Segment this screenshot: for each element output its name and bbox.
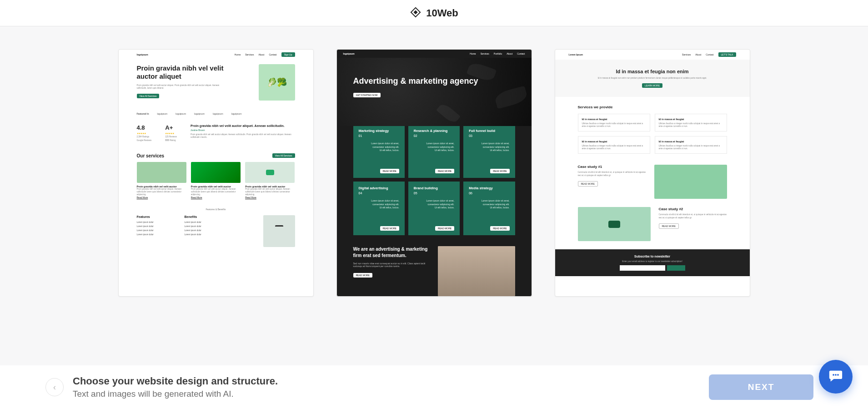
t1-hero-title: Proin gravida nibh vel velit auctor aliq… <box>137 64 224 81</box>
t3-cs2-image <box>578 207 651 241</box>
t3-hero-title: Id in massa et feugia non enim <box>578 69 727 74</box>
t2-card: Marketing strategy01Lorem ipsum dolor si… <box>353 124 405 178</box>
t2-card-body: Lorem ipsum dolor sit amet, consectetur … <box>359 142 399 152</box>
t1-service-title: Proin gravida nibh vel velit auctor <box>137 185 177 188</box>
leaf-decoration <box>493 86 528 109</box>
chat-bubble-icon <box>828 368 843 385</box>
t2-card-cta: READ MORE <box>435 226 454 231</box>
t1-nav-item: Home <box>235 53 241 56</box>
t1-service-body: Proin gravida nibh vel velit auctor aliq… <box>191 188 241 197</box>
t2-card-num: 06 <box>469 192 509 195</box>
t2-card-title: Marketing strategy <box>359 129 399 133</box>
t3-news-title: Subscribe to newsletter <box>561 255 744 258</box>
t1-nav-item: Contact <box>269 53 276 56</box>
t1-testimonial-name: Justine Brown <box>191 129 295 131</box>
t1-service-body: Proin gravida nibh vel velit auctor aliq… <box>137 188 186 197</box>
t3-news-email-input <box>620 265 665 271</box>
t1-featured-label: Featured In <box>137 112 149 115</box>
t1-feature-item: Lorem ipsum dolor <box>137 229 176 232</box>
t3-service-title: Id in massa et feugiat <box>582 140 646 143</box>
svg-point-2 <box>833 374 834 376</box>
t1-rating-source: Google Reviews <box>137 139 152 142</box>
t1-features-title: Features <box>137 215 176 218</box>
t2-card-num: 05 <box>414 192 454 195</box>
t2-card-cta: READ MORE <box>435 169 454 173</box>
template-card-1[interactable]: logoipsum Home Services About Contact Si… <box>118 49 314 297</box>
star-icon: ★★★★★ <box>137 132 152 135</box>
t1-feature-item: Lorem ipsum dolor <box>137 225 176 227</box>
t3-nav-item: About <box>695 53 701 56</box>
t1-testimonial-head: Proin gravida nibh vel velit auctor aliq… <box>191 124 295 127</box>
t2-card-grid: Marketing strategy01Lorem ipsum dolor si… <box>337 124 532 235</box>
t3-service-body: Ultrices faucibus a integer morbi nulla … <box>659 145 720 150</box>
svg-rect-1 <box>414 10 418 14</box>
t3-cs2-title: Case study #2 <box>659 207 727 211</box>
t3-service-title: Id in massa et feugiat <box>582 118 646 121</box>
template-card-3[interactable]: Lorem Ipsum Services About Contact LET'S… <box>555 49 750 297</box>
t3-nav-item: Contact <box>706 53 713 56</box>
t3-service-title: Id in massa et feugiat <box>659 118 723 121</box>
svg-point-3 <box>835 374 837 376</box>
t1-service-image <box>191 162 241 183</box>
template-gallery: logoipsum Home Services About Contact Si… <box>0 26 868 365</box>
t3-service-body: Ultrices faucibus a integer morbi nulla … <box>582 122 643 127</box>
t3-news-submit <box>667 265 685 271</box>
t2-card-title: Brand building <box>414 186 454 190</box>
t3-cs1-title: Case study #1 <box>578 165 646 169</box>
t1-fb-label: Features & Benefits <box>137 208 295 211</box>
t1-service-title: Proin gravida nibh vel velit auctor <box>245 185 285 188</box>
step-subheading: Text and images will be generated with A… <box>73 389 278 399</box>
t3-cs-cta: READ MORE <box>578 181 598 187</box>
t3-service-body: Ultrices faucibus a integer morbi nulla … <box>582 145 643 150</box>
t3-services-title: Services we provide <box>578 105 727 109</box>
t1-benefits-title: Benefits <box>185 215 223 218</box>
step-heading: Choose your website design and structure… <box>73 375 278 387</box>
template-card-2[interactable]: logoipsum Home Services Portfolio About … <box>336 49 532 297</box>
t2-card: Brand building05Lorem ipsum dolor sit am… <box>408 182 460 235</box>
chevron-left-icon: ‹ <box>53 383 56 392</box>
t2-about-image <box>438 246 515 296</box>
t1-hero-cta: View All Services <box>137 94 160 98</box>
t3-cta: LET'S TALK <box>718 52 736 57</box>
t3-service-item: Id in massa et feugiatUltrices faucibus … <box>655 136 727 154</box>
t2-card-title: Media strategy <box>469 186 509 190</box>
t3-news-sub: Enter your email address to register to … <box>561 260 744 263</box>
t1-featured-logo: logoipsum <box>176 112 186 115</box>
t1-nav-item: About <box>258 53 264 56</box>
t2-card: Media strategy06Lorem ipsum dolor sit am… <box>463 182 515 235</box>
back-button[interactable]: ‹ <box>45 378 64 396</box>
t1-benefit-item: Lorem ipsum dolor <box>185 229 223 232</box>
t2-card-title: Digital advertising <box>359 186 399 190</box>
t3-service-item: Id in massa et feugiatUltrices faucibus … <box>578 114 650 131</box>
t1-grade: A+ <box>165 124 177 131</box>
t2-card-num: 04 <box>359 192 399 195</box>
t3-cs-body: Commodo sit elit id sit elit interdum et… <box>578 171 646 177</box>
t1-feature-item: Lorem ipsum dolor <box>137 221 176 223</box>
next-button[interactable]: NEXT <box>709 374 813 400</box>
brand-logo-icon <box>410 6 421 20</box>
t2-card: Full funnel build03Lorem ipsum dolor sit… <box>463 124 515 178</box>
t1-hero-sub: Proin gravida nibh vel velit auctor aliq… <box>137 84 224 90</box>
t1-grade-source: BBB Rating <box>165 139 177 142</box>
t1-service-link: Read More <box>191 196 202 199</box>
t1-service-link: Read More <box>137 196 148 199</box>
t2-card-num: 01 <box>359 134 399 137</box>
svg-point-4 <box>837 374 839 376</box>
t2-about-title: We are an advertising & marketing firm e… <box>353 246 430 258</box>
t2-card: Research & planning02Lorem ipsum dolor s… <box>408 124 460 178</box>
t3-logo: Lorem Ipsum <box>569 53 583 56</box>
t1-benefit-item: Lorem ipsum dolor <box>185 225 223 227</box>
t1-testimonial-body: Proin gravida nibh vel velit auctor aliq… <box>191 133 295 139</box>
t2-card-body: Lorem ipsum dolor sit amet, consectetur … <box>469 142 509 152</box>
t1-fb-image <box>263 215 295 247</box>
t2-logo: logoipsum <box>343 52 355 55</box>
t3-service-title: Id in massa et feugiat <box>659 140 723 143</box>
t1-benefit-item: Lorem ipsum dolor <box>185 233 223 236</box>
t1-nav-item: Services <box>245 53 254 56</box>
t3-service-item: Id in massa et feugiatUltrices faucibus … <box>578 136 650 154</box>
t1-signup: Sign Up <box>281 52 295 57</box>
t1-service-body: Proin gravida nibh vel velit auctor aliq… <box>245 188 295 197</box>
t3-cs-cta: READ MORE <box>659 223 679 229</box>
chat-launcher-button[interactable] <box>819 360 853 394</box>
t1-rating-count: 2,394 Ratings <box>137 136 152 138</box>
